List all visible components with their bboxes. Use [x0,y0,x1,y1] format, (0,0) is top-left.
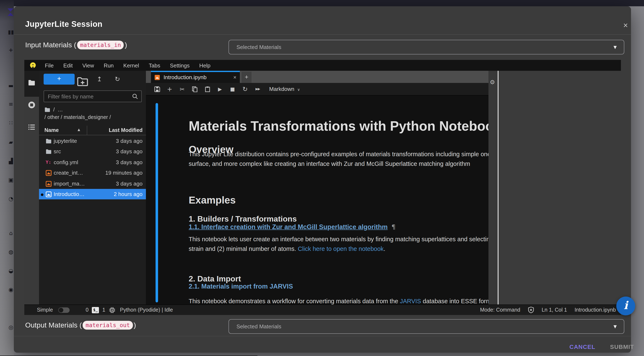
menu-run[interactable]: Run [104,62,114,68]
kernels-count[interactable]: 1 [102,307,105,313]
jarvis-link[interactable]: JARVIS [400,298,421,305]
menu-help[interactable]: Help [199,62,210,68]
insert-cell-icon[interactable]: + [165,85,174,93]
paste-cells-icon[interactable] [203,86,212,92]
save-icon[interactable] [152,86,162,92]
file-modified: 19 minutes ago [105,170,142,176]
file-name: jupyterlite [54,138,77,144]
simple-mode-toggle[interactable] [58,307,70,313]
interface-creation-link[interactable]: 1.1. Interface creation with Zur and McG… [189,223,388,230]
info-button[interactable]: i [616,297,635,315]
anchor-pilcrow[interactable]: ¶ [392,223,396,231]
terminals-count[interactable]: 0 [86,307,88,313]
file-modified: 3 days ago [116,159,142,166]
tab-title: Introduction.ipynb [164,74,206,80]
statusbar-filename[interactable]: Introduction.ipynb [574,307,616,313]
app-sidebar-globe-icon: ◉ [8,287,14,293]
home-folder-icon[interactable] [44,107,50,112]
file-row-create-interface[interactable]: create_int… 19 minutes ago [39,168,146,178]
output-materials-code-chip: materials_out [82,321,133,330]
simple-mode-label: Simple [37,307,53,313]
input-materials-label: Input Materials (materials_in) [25,41,127,49]
copy-cells-icon[interactable] [190,86,199,92]
menu-tabs[interactable]: Tabs [149,62,160,68]
column-last-modified[interactable]: Last Modified [109,127,142,133]
run-cell-icon[interactable]: ▶ [216,86,224,92]
file-row-jupyterlite[interactable]: jupyterlite 3 days ago [39,136,146,146]
toggle-knob [59,308,63,312]
app-sidebar-card-icon: ▬ [8,83,14,89]
trust-shield-icon[interactable] [528,307,534,313]
menu-settings[interactable]: Settings [170,62,190,68]
chevron-down-icon: ∨ [297,88,300,92]
jarvis-import-link[interactable]: 2.1. Materials import from JARVIS [189,283,293,290]
file-row-config-yml[interactable]: Y: config.yml 3 days ago [39,157,146,168]
new-folder-icon[interactable] [77,76,88,87]
file-list-header: Name ▲ Last Modified [39,126,146,135]
refresh-icon[interactable]: ↻ [112,74,123,85]
jupyterlab-window: File Edit View Run Kernel Tabs Settings … [24,60,621,315]
stop-kernel-icon[interactable]: ■ [228,86,237,92]
filter-files-input[interactable]: Filter files by name [44,90,142,102]
menu-kernel[interactable]: Kernel [123,62,139,68]
file-row-import-material[interactable]: import_ma… 3 days ago [39,178,146,189]
app-sidebar-gauge-icon: ◔ [8,196,14,202]
cursor-position[interactable]: Ln 1, Col 1 [542,307,567,313]
cell-type-dropdown[interactable]: Markdown∨ [269,86,300,92]
file-modified: 3 days ago [116,138,142,144]
app-sidebar-list-icon: ≡ [8,101,14,107]
jupyter-menubar: File Edit View Run Kernel Tabs Settings … [24,60,621,71]
notebook-file-icon [46,191,52,197]
upload-icon[interactable]: ↥ [94,74,105,85]
file-row-introduction-selected[interactable]: ● Introductio… 2 hours ago [39,189,146,199]
column-divider [87,126,87,135]
output-materials-select[interactable]: Selected Materials ▼ [228,319,624,334]
file-browser-icon[interactable] [28,80,35,86]
restart-kernel-icon[interactable]: ↻ [241,85,250,93]
output-materials-label-suffix: ) [134,321,136,329]
app-sidebar-network-icon: ◒ [8,268,14,274]
file-name: src [54,149,61,155]
kernel-status-text[interactable]: Python (Pyodide) | Idle [120,307,173,313]
file-name: import_ma… [54,180,85,186]
file-row-src[interactable]: src 3 days ago [39,146,146,157]
open-notebook-link[interactable]: Click here to open the notebook [298,245,384,252]
restart-run-all-icon[interactable]: ▶▶ [253,87,262,91]
cut-cells-icon[interactable]: ✂ [178,86,186,92]
cancel-button[interactable]: CANCEL [569,344,595,350]
column-name[interactable]: Name [44,127,59,133]
interface-paragraph-end: . [384,245,385,252]
file-name: config.yml [54,159,78,166]
new-launcher-button[interactable]: + [44,74,75,85]
breadcrumb-path[interactable]: / other / materials_designer / [44,114,111,120]
menu-file[interactable]: File [45,62,54,68]
folder-icon [46,138,52,144]
active-cell-indicator[interactable] [156,103,158,302]
command-mode-indicator[interactable]: Mode: Command [480,307,520,313]
terminal-icon[interactable]: $_ [92,307,99,313]
jupyter-activity-bar [24,71,39,305]
output-materials-label: Output Materials (materials_out) [25,321,136,330]
jupyter-main: + ↥ ↻ Filter files by name [24,71,621,305]
cell-type-value: Markdown [269,86,294,92]
modal-close-icon[interactable]: × [621,21,630,30]
sort-ascending-icon: ▲ [78,128,80,132]
menu-view[interactable]: View [82,62,94,68]
property-inspector-gear-icon[interactable]: ⚙ [490,79,495,85]
menu-edit[interactable]: Edit [63,62,73,68]
add-tab-button[interactable]: + [242,72,252,83]
mat3ra-logo [7,8,14,16]
input-materials-select[interactable]: Selected Materials ▼ [228,40,624,54]
tab-close-icon[interactable]: × [233,74,236,80]
breadcrumb-root[interactable]: / [53,107,55,113]
notebook-file-icon [46,181,52,186]
tab-introduction-ipynb[interactable]: Introduction.ipynb × [151,71,240,83]
submit-button[interactable]: SUBMIT [610,344,634,350]
table-of-contents-icon[interactable] [28,124,35,130]
running-kernels-icon[interactable] [28,101,35,109]
modal-right-margin [498,71,621,305]
file-modified: 3 days ago [116,180,142,186]
breadcrumb-ellipsis[interactable]: … [58,107,63,113]
search-icon [132,93,138,99]
jupyter-status-bar: Simple 0 $_ 1 Python (Pyodide) | Idle Mo… [24,305,621,315]
